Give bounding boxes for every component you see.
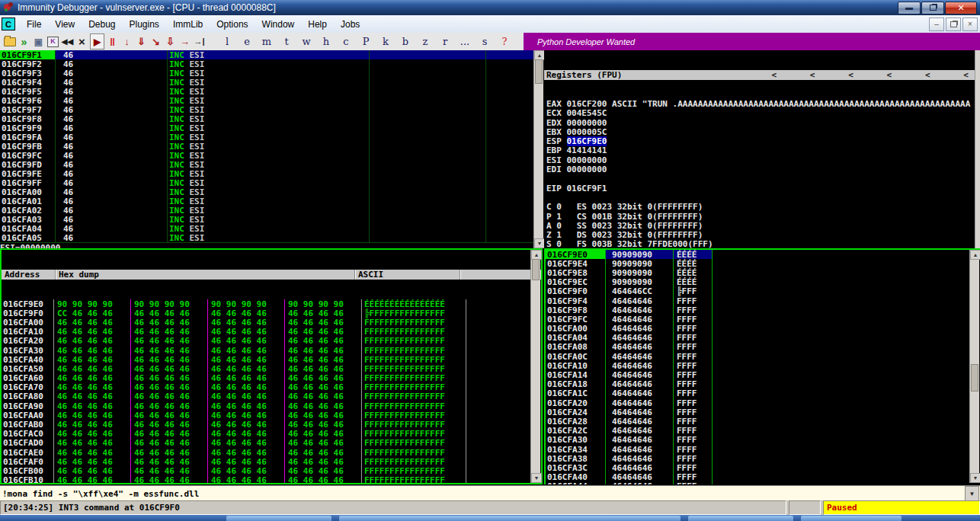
- menu-item-immlib[interactable]: ImmLib: [166, 17, 210, 32]
- toolbar-letter-P[interactable]: P: [356, 36, 376, 47]
- windows-taskbar[interactable]: [0, 515, 980, 521]
- stack-row[interactable]: 016CFA2C46464646FFFF: [546, 427, 980, 436]
- kernel-window-icon[interactable]: K: [46, 34, 59, 49]
- disasm-row[interactable]: 016CF9FE46INC ESI: [0, 169, 533, 178]
- collapse-chevron-icon[interactable]: <: [810, 70, 815, 80]
- toolbar-letter-c[interactable]: c: [336, 36, 356, 47]
- disassembly-scrollbar[interactable]: ▲ ▼: [533, 50, 543, 248]
- register-line[interactable]: EBX 0000005C: [546, 128, 975, 137]
- stack-row[interactable]: 016CF9F0464646CC╠FFF: [546, 287, 980, 296]
- toolbar-letter-k[interactable]: k: [376, 36, 396, 47]
- mdi-close-button[interactable]: ×: [962, 18, 978, 31]
- menu-item-view[interactable]: View: [48, 17, 82, 32]
- toolbar-letter-h[interactable]: h: [316, 36, 336, 47]
- toolbar-letter-s[interactable]: s: [475, 36, 495, 47]
- collapse-chevron-icon[interactable]: <: [771, 70, 777, 80]
- stack-row[interactable]: 016CFA4446464646FFFF: [546, 482, 980, 484]
- menu-item-file[interactable]: File: [20, 17, 48, 32]
- register-line[interactable]: EAX 016CF200 ASCII "TRUN .AAAAAAAAAAAAAA…: [546, 100, 975, 109]
- animate-over-icon[interactable]: ⇩: [164, 34, 177, 49]
- execute-till-return-icon[interactable]: →: [178, 34, 191, 49]
- run-icon[interactable]: ▶: [90, 34, 104, 50]
- register-line[interactable]: EBP 41414141: [546, 146, 975, 155]
- register-line[interactable]: P 1 CS 001B 32bit 0(FFFFFFFF): [546, 213, 975, 222]
- disasm-row[interactable]: 016CF9F646INC ESI: [0, 96, 533, 105]
- toolbar-letter-e[interactable]: e: [237, 36, 257, 47]
- disasm-row[interactable]: 016CFA0346INC ESI: [0, 215, 533, 224]
- hexdump-row[interactable]: 016CFB1046 46 46 4646 46 46 4646 46 46 4…: [2, 476, 541, 484]
- stack-row[interactable]: 016CFA0046464646FFFF: [546, 324, 980, 334]
- stack-row[interactable]: 016CF9E890909090ÉÉÉÉ: [546, 268, 980, 277]
- step-into-icon[interactable]: ↓: [120, 34, 133, 49]
- stack-row[interactable]: 016CF9E090909090ÉÉÉÉ: [546, 250, 980, 259]
- disasm-row[interactable]: 016CFA0546INC ESI: [0, 233, 533, 242]
- hexdump-row[interactable]: 016CFAE046 46 46 4646 46 46 4646 46 46 4…: [2, 448, 541, 457]
- hexdump-row[interactable]: 016CFAC046 46 46 4646 46 46 4646 46 46 4…: [2, 430, 541, 439]
- toolbar-letter-b[interactable]: b: [396, 36, 415, 47]
- command-input[interactable]: !mona find -s "\xff\xe4" -m essfunc.dll: [0, 489, 965, 499]
- stack-row[interactable]: 016CFA1846464646FFFF: [546, 380, 980, 389]
- scroll-up-icon[interactable]: ▲: [970, 250, 980, 260]
- disasm-row[interactable]: 016CFA0046INC ESI: [0, 187, 533, 197]
- registers-pane[interactable]: Registers (FPU) <<<<<< EAX 016CF200 ASCI…: [544, 50, 975, 248]
- disasm-row[interactable]: 016CF9F246INC ESI: [0, 59, 533, 69]
- disasm-row[interactable]: 016CFA0246INC ESI: [0, 206, 533, 215]
- menu-item-options[interactable]: Options: [210, 17, 255, 32]
- stack-row[interactable]: 016CFA0C46464646FFFF: [546, 352, 980, 361]
- open-file-icon[interactable]: [3, 34, 16, 49]
- close-process-icon[interactable]: ×: [75, 34, 88, 49]
- stack-pane[interactable]: 016CF9E090909090ÉÉÉÉ016CF9E490909090ÉÉÉÉ…: [544, 248, 980, 484]
- disasm-row[interactable]: 016CF9F446INC ESI: [0, 78, 533, 87]
- collapse-chevron-icon[interactable]: <: [848, 70, 853, 80]
- menu-item-help[interactable]: Help: [301, 17, 334, 32]
- toolbar-letter-m[interactable]: m: [257, 36, 277, 47]
- hexdump-scrollbar[interactable]: ▲ ▼: [530, 250, 540, 483]
- scroll-down-icon[interactable]: ▼: [534, 238, 545, 248]
- disasm-row[interactable]: 016CF9FC46INC ESI: [0, 151, 533, 160]
- toolbar-letter-w[interactable]: w: [296, 36, 316, 47]
- hexdump-row[interactable]: 016CFA7046 46 46 4646 46 46 4646 46 46 4…: [2, 383, 541, 392]
- toolbar-letter-...[interactable]: ...: [455, 36, 475, 47]
- register-line[interactable]: C 0 ES 0023 32bit 0(FFFFFFFF): [546, 203, 975, 212]
- register-line[interactable]: ESP 016CF9E0: [546, 137, 975, 146]
- stack-row[interactable]: 016CFA4046464646FFFF: [546, 473, 980, 482]
- register-line[interactable]: S 0 FS 003B 32bit 7FFDE000(FFF): [546, 240, 975, 248]
- scroll-down-icon[interactable]: ▼: [531, 473, 542, 483]
- stack-row[interactable]: 016CFA3446464646FFFF: [546, 445, 980, 454]
- disasm-row[interactable]: 016CFA0446INC ESI: [0, 224, 533, 233]
- stack-row[interactable]: 016CFA0446464646FFFF: [546, 334, 980, 343]
- toolbar-letter-t[interactable]: t: [277, 36, 296, 47]
- disasm-row[interactable]: 016CF9F546INC ESI: [0, 87, 533, 96]
- hexdump-row[interactable]: 016CF9E090 90 90 9090 90 90 9090 90 90 9…: [2, 299, 541, 308]
- disasm-row[interactable]: 016CF9F346INC ESI: [0, 69, 533, 78]
- hexdump-row[interactable]: 016CFA8046 46 46 4646 46 46 4646 46 46 4…: [2, 392, 541, 401]
- restore-button[interactable]: [921, 2, 944, 14]
- hexdump-row[interactable]: 016CFAA046 46 46 4646 46 46 4646 46 46 4…: [2, 411, 541, 420]
- stack-row[interactable]: 016CFA2846464646FFFF: [546, 417, 980, 426]
- toolbar-letter-l[interactable]: l: [217, 36, 237, 47]
- stack-row[interactable]: 016CF9F446464646FFFF: [546, 296, 980, 305]
- menu-item-debug[interactable]: Debug: [82, 17, 122, 32]
- collapse-chevron-icon[interactable]: <: [925, 70, 930, 80]
- disasm-row[interactable]: 016CF9FD46INC ESI: [0, 160, 533, 169]
- disasm-row[interactable]: 016CF9F846INC ESI: [0, 114, 533, 123]
- mdi-minimize-button[interactable]: –: [929, 18, 944, 31]
- disasm-row[interactable]: 016CF9FF46INC ESI: [0, 178, 533, 187]
- minimize-button[interactable]: ▬: [898, 2, 921, 14]
- animate-into-icon[interactable]: ↘: [149, 34, 162, 49]
- hexdump-row[interactable]: 016CFA0046 46 46 4646 46 46 4646 46 46 4…: [2, 318, 541, 327]
- scroll-down-icon[interactable]: ▼: [970, 473, 980, 483]
- registers-chevrons[interactable]: <<<<<<: [771, 70, 975, 80]
- toolbar-letter-z[interactable]: z: [415, 36, 435, 47]
- disasm-row[interactable]: 016CF9F946INC ESI: [0, 123, 533, 133]
- stack-row[interactable]: 016CFA1C46464646FFFF: [546, 389, 980, 398]
- close-button[interactable]: ✕: [945, 2, 977, 14]
- stack-row[interactable]: 016CFA1046464646FFFF: [546, 361, 980, 370]
- hexdump-row[interactable]: 016CFA5046 46 46 4646 46 46 4646 46 46 4…: [2, 364, 541, 373]
- step-back-icon[interactable]: ◀◀: [61, 34, 74, 49]
- stack-row[interactable]: 016CFA3046464646FFFF: [546, 436, 980, 445]
- disasm-row[interactable]: 016CF9F746INC ESI: [0, 105, 533, 114]
- stack-row[interactable]: 016CFA1446464646FFFF: [546, 370, 980, 379]
- disasm-row[interactable]: 016CF9FA46INC ESI: [0, 133, 533, 142]
- register-line[interactable]: ECX 004E545C: [546, 109, 975, 118]
